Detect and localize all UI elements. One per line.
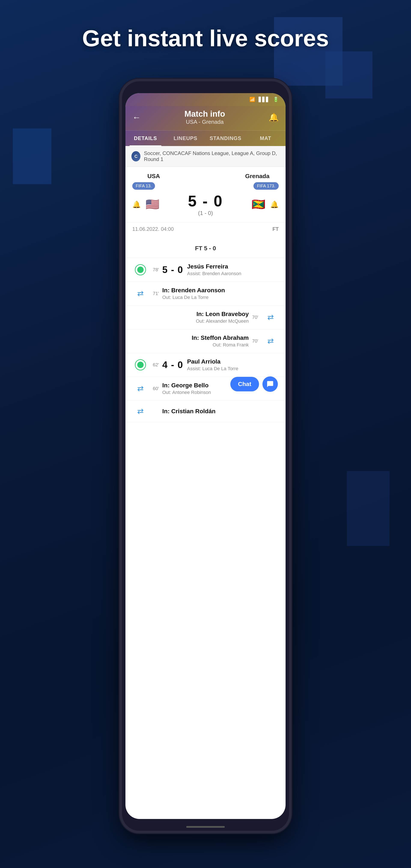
tab-standings[interactable]: STANDINGS [205,131,246,146]
event-details: In: Brenden Aaronson Out: Luca De La Tor… [162,287,280,300]
header-title: Match info [141,110,268,119]
tab-mat[interactable]: MAT [246,131,286,146]
event-score: 4 - 0 [162,360,184,370]
event-player: Paul Arriola [187,358,280,365]
league-info: C Soccer, CONCACAF Nations League, Leagu… [125,146,286,167]
home-bell-icon[interactable]: 🔔 [132,200,141,209]
event-details: In: Cristian Roldán [162,408,280,415]
event-row: ⇄ In: Cristian Roldán [125,401,286,422]
team-names-row: USA Grenada [132,173,279,180]
header-title-block: Match info USA - Grenada [141,110,268,125]
chat-button[interactable]: Chat [230,377,259,392]
match-status: FT [273,226,279,232]
away-flag-side: 🇬🇩 🔔 [236,196,279,213]
sub-icon: ⇄ [135,288,146,299]
team-flags-score-row: 🔔 🇺🇸 5 - 0 (1 - 0) 🇬🇩 🔔 [132,192,279,216]
event-details: In: Steffon Abraham Out: Roma Frank [131,335,249,348]
bg-decoration-3 [13,128,51,184]
battery-icon: 🔋 [273,97,279,102]
event-sub-in: In: Cristian Roldán [162,408,280,415]
event-sub-in: In: Steffon Abraham [131,335,249,341]
event-row: ⇄ 70' In: Leon Braveboy Out: Alexander M… [125,306,286,329]
app-header: ← Match info USA - Grenada 🔔 [125,106,286,130]
league-text: Soccer, CONCACAF Nations League, League … [144,150,280,162]
events-header: FT 5 - 0 [125,239,286,258]
phone-notch [188,86,223,91]
event-details: In: Leon Braveboy Out: Alexander McQueen [131,311,249,324]
half-score: (1 - 0) [198,210,213,216]
event-row: ⇄ 71' In: Brenden Aaronson Out: Luca De … [125,282,286,306]
tab-lineups[interactable]: LINEUPS [165,131,205,146]
event-minute: 60' [150,386,162,392]
event-minute: 78' [150,267,162,273]
away-team-name: Grenada [236,173,279,180]
header-bell-icon[interactable]: 🔔 [268,113,279,122]
match-meta: 11.06.2022. 04:00 FT [125,222,286,236]
event-assist: Assist: Brenden Aaronson [187,271,280,276]
hero-title: Get instant live scores [0,26,411,51]
event-minute: 70' [249,314,261,320]
tabs-bar: DETAILS LINEUPS STANDINGS MAT [125,130,286,146]
sub-icon: ⇄ [135,406,146,417]
event-minute: 62' [150,362,162,368]
chat-buttons: Chat [230,376,278,392]
event-sub-out: Out: Luca De La Torre [162,294,280,300]
event-player: Jesús Ferreira [187,263,280,270]
events-section: FT 5 - 0 78' 5 - 0 Jesús Ferreira Assist… [125,239,286,422]
event-sub-out: Out: Roma Frank [131,342,249,348]
back-button[interactable]: ← [132,113,141,122]
league-logo: C [131,151,140,161]
event-details: Jesús Ferreira Assist: Brenden Aaronson [187,263,280,276]
event-score: 5 - 0 [162,265,184,275]
signal-icon: ▋▋▋ [259,97,270,102]
sub-icon: ⇄ [265,312,276,323]
home-flag: 🇺🇸 [144,196,161,213]
event-sub-in: In: Leon Braveboy [131,311,249,317]
sub-icon: ⇄ [265,336,276,347]
tab-details[interactable]: DETAILS [125,131,165,146]
main-score: 5 - 0 [188,192,223,210]
bg-decoration-4 [347,471,389,546]
goal-icon [135,359,146,370]
event-minute: 71' [150,291,162,296]
goal-icon [135,264,146,275]
home-fifa-badge: FIFA 13. [132,182,155,190]
phone-screen: 📶 ▋▋▋ 🔋 ← Match info USA - Grenada 🔔 DET… [125,93,286,819]
bg-decoration-2 [325,52,373,98]
away-flag: 🇬🇩 [250,196,267,213]
event-row: 78' 5 - 0 Jesús Ferreira Assist: Brenden… [125,258,286,282]
phone-mockup: 📶 ▋▋▋ 🔋 ← Match info USA - Grenada 🔔 DET… [122,81,289,831]
score-section: 5 - 0 (1 - 0) [188,192,223,216]
sub-icon: ⇄ [135,383,146,394]
event-assist: Assist: Luca De La Torre [187,366,280,371]
teams-section: USA Grenada FIFA 13. FIFA 173. 🔔 🇺🇸 [125,167,286,222]
wifi-icon: 📶 [249,97,255,102]
home-indicator [186,826,225,828]
event-sub-in: In: Brenden Aaronson [162,287,280,294]
event-row: ⇄ 70' In: Steffon Abraham Out: Roma Fran… [125,329,286,353]
home-flag-side: 🔔 🇺🇸 [132,196,175,213]
header-subtitle: USA - Grenada [141,119,268,125]
event-row: 62' 4 - 0 Paul Arriola Assist: Luca De L… [125,353,286,377]
fifa-badges-row: FIFA 13. FIFA 173. [132,182,279,190]
phone-frame: 📶 ▋▋▋ 🔋 ← Match info USA - Grenada 🔔 DET… [122,81,289,831]
event-details: Paul Arriola Assist: Luca De La Torre [187,358,280,371]
away-bell-icon[interactable]: 🔔 [270,200,279,209]
chat-icon-button[interactable] [262,376,278,392]
event-minute: 70' [249,338,261,344]
event-sub-out: Out: Alexander McQueen [131,318,249,324]
chat-bubble-icon [266,380,274,388]
home-team-name: USA [132,173,175,180]
status-bar: 📶 ▋▋▋ 🔋 [125,93,286,106]
match-date: 11.06.2022. 04:00 [132,226,174,232]
event-row: ⇄ 60' In: George Bello Out: Antonee Robi… [125,377,286,401]
away-fifa-badge: FIFA 173. [253,182,279,190]
